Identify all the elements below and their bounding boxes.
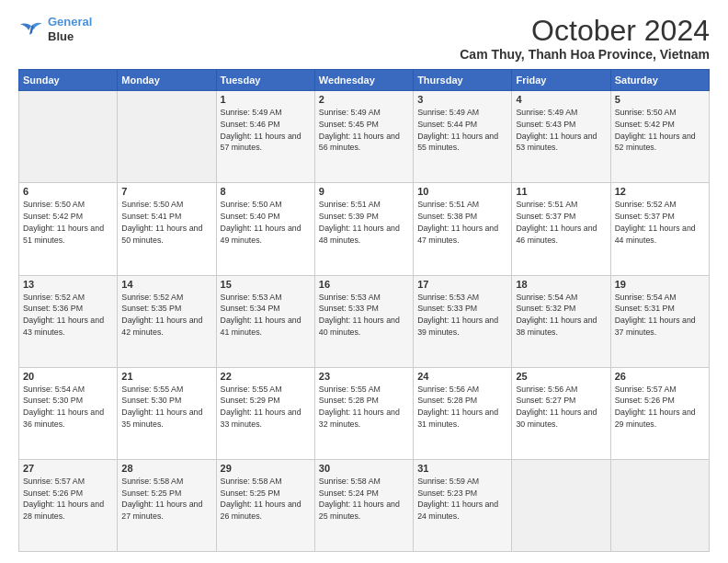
calendar-week-row: 1Sunrise: 5:49 AMSunset: 5:46 PMDaylight… <box>19 91 710 183</box>
day-info: Sunrise: 5:53 AMSunset: 5:34 PMDaylight:… <box>221 292 311 339</box>
day-info: Sunrise: 5:52 AMSunset: 5:36 PMDaylight:… <box>23 292 113 339</box>
calendar-cell: 26Sunrise: 5:57 AMSunset: 5:26 PMDayligh… <box>610 367 709 459</box>
day-number: 29 <box>221 463 311 474</box>
day-info: Sunrise: 5:49 AMSunset: 5:46 PMDaylight:… <box>221 107 311 154</box>
day-number: 23 <box>319 371 409 382</box>
day-info: Sunrise: 5:59 AMSunset: 5:23 PMDaylight:… <box>417 476 507 523</box>
day-info: Sunrise: 5:50 AMSunset: 5:42 PMDaylight:… <box>615 107 705 154</box>
day-number: 9 <box>319 186 409 197</box>
calendar-cell: 22Sunrise: 5:55 AMSunset: 5:29 PMDayligh… <box>216 367 314 459</box>
day-info: Sunrise: 5:50 AMSunset: 5:41 PMDaylight:… <box>121 199 211 246</box>
day-info: Sunrise: 5:58 AMSunset: 5:25 PMDaylight:… <box>121 476 211 523</box>
day-number: 18 <box>516 279 606 290</box>
calendar-cell: 29Sunrise: 5:58 AMSunset: 5:25 PMDayligh… <box>216 459 314 551</box>
logo-text: General Blue <box>48 15 92 43</box>
calendar-cell: 25Sunrise: 5:56 AMSunset: 5:27 PMDayligh… <box>512 367 610 459</box>
calendar-cell: 5Sunrise: 5:50 AMSunset: 5:42 PMDaylight… <box>610 91 709 183</box>
day-number: 13 <box>23 279 113 290</box>
calendar-cell: 12Sunrise: 5:52 AMSunset: 5:37 PMDayligh… <box>610 183 709 275</box>
day-info: Sunrise: 5:56 AMSunset: 5:27 PMDaylight:… <box>516 384 606 431</box>
calendar-cell: 2Sunrise: 5:49 AMSunset: 5:45 PMDaylight… <box>314 91 413 183</box>
calendar-table: SundayMondayTuesdayWednesdayThursdayFrid… <box>18 69 710 552</box>
calendar-cell: 4Sunrise: 5:49 AMSunset: 5:43 PMDaylight… <box>512 91 610 183</box>
day-number: 17 <box>417 279 507 290</box>
day-number: 6 <box>23 186 113 197</box>
weekday-header-sunday: Sunday <box>19 70 118 91</box>
calendar-cell: 21Sunrise: 5:55 AMSunset: 5:30 PMDayligh… <box>118 367 216 459</box>
day-info: Sunrise: 5:50 AMSunset: 5:42 PMDaylight:… <box>23 199 113 246</box>
day-number: 5 <box>615 94 705 105</box>
day-info: Sunrise: 5:49 AMSunset: 5:44 PMDaylight:… <box>417 107 507 154</box>
calendar-cell: 28Sunrise: 5:58 AMSunset: 5:25 PMDayligh… <box>118 459 216 551</box>
calendar-cell: 13Sunrise: 5:52 AMSunset: 5:36 PMDayligh… <box>19 275 118 367</box>
day-number: 19 <box>615 279 705 290</box>
title-area: October 2024 Cam Thuy, Thanh Hoa Provinc… <box>460 15 710 62</box>
calendar-week-row: 6Sunrise: 5:50 AMSunset: 5:42 PMDaylight… <box>19 183 710 275</box>
month-title: October 2024 <box>460 15 710 47</box>
day-number: 7 <box>121 186 211 197</box>
calendar-week-row: 27Sunrise: 5:57 AMSunset: 5:26 PMDayligh… <box>19 459 710 551</box>
day-number: 27 <box>23 463 113 474</box>
day-number: 31 <box>417 463 507 474</box>
day-number: 12 <box>615 186 705 197</box>
day-info: Sunrise: 5:49 AMSunset: 5:45 PMDaylight:… <box>319 107 409 154</box>
day-info: Sunrise: 5:54 AMSunset: 5:32 PMDaylight:… <box>516 292 606 339</box>
weekday-header-wednesday: Wednesday <box>314 70 413 91</box>
day-info: Sunrise: 5:53 AMSunset: 5:33 PMDaylight:… <box>417 292 507 339</box>
day-info: Sunrise: 5:56 AMSunset: 5:28 PMDaylight:… <box>417 384 507 431</box>
day-number: 3 <box>417 94 507 105</box>
day-number: 11 <box>516 186 606 197</box>
day-info: Sunrise: 5:51 AMSunset: 5:39 PMDaylight:… <box>319 199 409 246</box>
calendar-cell: 10Sunrise: 5:51 AMSunset: 5:38 PMDayligh… <box>414 183 512 275</box>
calendar-cell: 8Sunrise: 5:50 AMSunset: 5:40 PMDaylight… <box>216 183 314 275</box>
day-number: 25 <box>516 371 606 382</box>
day-info: Sunrise: 5:55 AMSunset: 5:28 PMDaylight:… <box>319 384 409 431</box>
weekday-header-monday: Monday <box>118 70 216 91</box>
day-number: 16 <box>319 279 409 290</box>
day-number: 10 <box>417 186 507 197</box>
calendar-cell: 27Sunrise: 5:57 AMSunset: 5:26 PMDayligh… <box>19 459 118 551</box>
day-info: Sunrise: 5:52 AMSunset: 5:35 PMDaylight:… <box>121 292 211 339</box>
calendar-cell: 7Sunrise: 5:50 AMSunset: 5:41 PMDaylight… <box>118 183 216 275</box>
page-header: General Blue October 2024 Cam Thuy, Than… <box>18 15 710 62</box>
day-number: 15 <box>221 279 311 290</box>
location-title: Cam Thuy, Thanh Hoa Province, Vietnam <box>460 47 710 62</box>
calendar-cell: 6Sunrise: 5:50 AMSunset: 5:42 PMDaylight… <box>19 183 118 275</box>
day-number: 8 <box>221 186 311 197</box>
logo-icon <box>18 19 44 40</box>
day-number: 28 <box>121 463 211 474</box>
calendar-cell: 18Sunrise: 5:54 AMSunset: 5:32 PMDayligh… <box>512 275 610 367</box>
calendar-cell: 30Sunrise: 5:58 AMSunset: 5:24 PMDayligh… <box>314 459 413 551</box>
logo: General Blue <box>18 15 92 43</box>
calendar-cell: 19Sunrise: 5:54 AMSunset: 5:31 PMDayligh… <box>610 275 709 367</box>
weekday-header-thursday: Thursday <box>414 70 512 91</box>
day-number: 26 <box>615 371 705 382</box>
weekday-header-saturday: Saturday <box>610 70 709 91</box>
calendar-cell <box>19 91 118 183</box>
day-info: Sunrise: 5:49 AMSunset: 5:43 PMDaylight:… <box>516 107 606 154</box>
calendar-cell: 31Sunrise: 5:59 AMSunset: 5:23 PMDayligh… <box>414 459 512 551</box>
calendar-cell <box>512 459 610 551</box>
day-number: 14 <box>121 279 211 290</box>
calendar-week-row: 13Sunrise: 5:52 AMSunset: 5:36 PMDayligh… <box>19 275 710 367</box>
day-number: 22 <box>221 371 311 382</box>
day-info: Sunrise: 5:58 AMSunset: 5:25 PMDaylight:… <box>221 476 311 523</box>
day-info: Sunrise: 5:51 AMSunset: 5:38 PMDaylight:… <box>417 199 507 246</box>
day-info: Sunrise: 5:55 AMSunset: 5:30 PMDaylight:… <box>121 384 211 431</box>
calendar-week-row: 20Sunrise: 5:54 AMSunset: 5:30 PMDayligh… <box>19 367 710 459</box>
day-number: 4 <box>516 94 606 105</box>
day-number: 21 <box>121 371 211 382</box>
day-info: Sunrise: 5:51 AMSunset: 5:37 PMDaylight:… <box>516 199 606 246</box>
day-info: Sunrise: 5:54 AMSunset: 5:31 PMDaylight:… <box>615 292 705 339</box>
day-number: 24 <box>417 371 507 382</box>
day-number: 1 <box>221 94 311 105</box>
day-info: Sunrise: 5:55 AMSunset: 5:29 PMDaylight:… <box>221 384 311 431</box>
day-info: Sunrise: 5:57 AMSunset: 5:26 PMDaylight:… <box>23 476 113 523</box>
weekday-header-row: SundayMondayTuesdayWednesdayThursdayFrid… <box>19 70 710 91</box>
calendar-cell: 1Sunrise: 5:49 AMSunset: 5:46 PMDaylight… <box>216 91 314 183</box>
weekday-header-tuesday: Tuesday <box>216 70 314 91</box>
calendar-cell: 23Sunrise: 5:55 AMSunset: 5:28 PMDayligh… <box>314 367 413 459</box>
calendar-cell: 15Sunrise: 5:53 AMSunset: 5:34 PMDayligh… <box>216 275 314 367</box>
calendar-cell: 17Sunrise: 5:53 AMSunset: 5:33 PMDayligh… <box>414 275 512 367</box>
day-number: 2 <box>319 94 409 105</box>
